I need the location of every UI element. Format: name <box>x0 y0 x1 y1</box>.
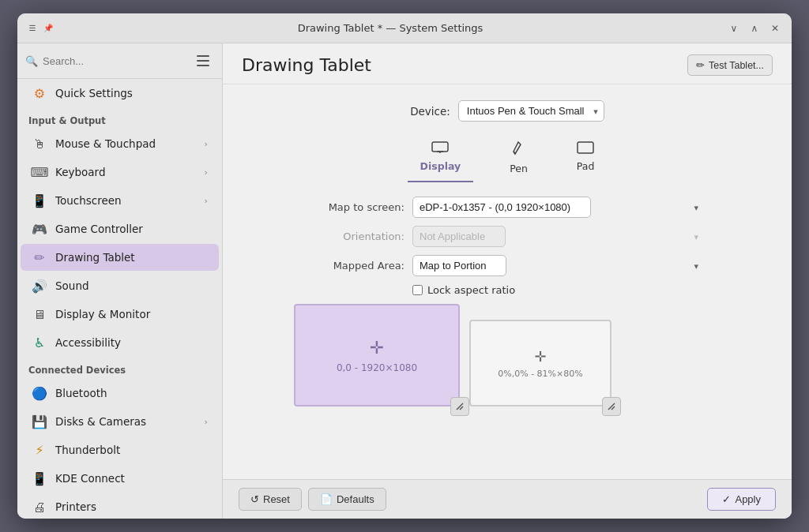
pin-icon[interactable]: 📌 <box>43 23 54 34</box>
sidebar-item-kde-label: KDE Connect <box>55 472 125 485</box>
tablet-preview-container: ✛ 0%,0% - 81%×80% <box>469 320 611 406</box>
sidebar-item-tablet-label: Drawing Tablet <box>55 251 135 264</box>
maximize-button[interactable]: ∧ <box>747 21 762 36</box>
sidebar-item-accessibility[interactable]: ♿ Accessibility <box>21 329 219 356</box>
map-to-screen-row: Map to screen: eDP-1-0x1357 - (0,0 1920×… <box>310 197 705 218</box>
svg-line-6 <box>460 406 463 410</box>
game-controller-icon: 🎮 <box>32 221 47 237</box>
section-label-input-output: Input & Output <box>17 107 222 129</box>
lock-aspect-ratio-checkbox[interactable] <box>412 285 423 295</box>
sidebar-item-mouse-label: Mouse & Touchpad <box>55 137 156 150</box>
menu-icon[interactable]: ☰ <box>27 23 38 34</box>
chevron-right-icon: › <box>205 196 208 206</box>
sidebar-item-keyboard-label: Keyboard <box>55 166 105 178</box>
tablet-preview: ✛ 0%,0% - 81%×80% <box>469 320 611 406</box>
content-header: Drawing Tablet ✏ Test Tablet... <box>223 43 792 84</box>
pad-tab-icon <box>577 140 594 157</box>
chevron-right-icon: › <box>205 167 208 178</box>
titlebar: ☰ 📌 Drawing Tablet * — System Settings ∨… <box>17 13 792 43</box>
sidebar-item-game-label: Game Controller <box>55 223 143 235</box>
titlebar-controls: ∨ ∧ ✕ <box>727 21 782 36</box>
orientation-row: Orientation: Not Applicable <box>310 226 705 247</box>
tab-pad[interactable]: Pad <box>564 136 608 182</box>
sidebar-item-accessibility-label: Accessibility <box>55 336 121 349</box>
sidebar-item-thunderbolt[interactable]: ⚡ Thunderbolt <box>21 436 219 463</box>
sidebar-item-kde-connect[interactable]: 📱 KDE Connect <box>21 465 219 492</box>
sidebar-item-bluetooth-label: Bluetooth <box>55 387 107 399</box>
kde-connect-icon: 📱 <box>32 470 47 486</box>
close-button[interactable]: ✕ <box>768 21 782 36</box>
svg-line-7 <box>608 403 615 410</box>
form-section: Map to screen: eDP-1-0x1357 - (0,0 1920×… <box>310 197 705 296</box>
reset-button[interactable]: ↺ Reset <box>239 488 302 511</box>
sidebar-item-quick-settings[interactable]: ⚙ Quick Settings <box>21 80 219 107</box>
screen-dims: 0,0 - 1920×1080 <box>337 362 417 373</box>
sidebar-item-drawing-tablet[interactable]: ✏ Drawing Tablet <box>21 244 219 271</box>
preview-area: ✛ 0,0 - 1920×1080 ✛ 0%,0% - 81%×80% <box>294 304 768 406</box>
pen-tab-icon <box>511 140 525 159</box>
search-icon: 🔍 <box>25 55 38 67</box>
orientation-select[interactable]: Not Applicable <box>412 226 506 247</box>
lock-aspect-ratio-label[interactable]: Lock aspect ratio <box>427 284 515 296</box>
accessibility-icon: ♿ <box>32 335 47 350</box>
tab-display-label: Display <box>420 160 461 172</box>
drawing-tablet-icon: ✏ <box>32 249 47 265</box>
minimize-button[interactable]: ∨ <box>727 21 741 36</box>
hamburger-line-1 <box>197 55 209 57</box>
defaults-button[interactable]: 📄 Defaults <box>308 488 386 511</box>
apply-button[interactable]: ✓ Apply <box>707 488 776 511</box>
device-select[interactable]: Intuos Pen & Touch Small <box>458 100 604 122</box>
sidebar-item-bluetooth[interactable]: 🔵 Bluetooth <box>21 380 219 406</box>
map-to-screen-label: Map to screen: <box>310 201 404 213</box>
quick-settings-icon: ⚙ <box>32 85 47 101</box>
device-label: Device: <box>410 105 450 118</box>
tab-pad-label: Pad <box>577 160 595 172</box>
test-tablet-button[interactable]: ✏ Test Tablet... <box>687 54 773 76</box>
sidebar-item-thunderbolt-label: Thunderbolt <box>55 444 120 456</box>
sidebar-item-sound[interactable]: 🔊 Sound <box>21 272 219 299</box>
tab-pen[interactable]: Pen <box>497 136 540 182</box>
touchscreen-icon: 📱 <box>32 193 47 208</box>
reset-label: Reset <box>263 493 290 505</box>
display-tab-icon <box>431 140 449 157</box>
device-row: Device: Intuos Pen & Touch Small <box>246 100 768 122</box>
apply-label: Apply <box>735 493 761 505</box>
disks-icon: 💾 <box>32 414 47 429</box>
screen-preview: ✛ 0,0 - 1920×1080 <box>294 304 460 406</box>
map-to-screen-select[interactable]: eDP-1-0x1357 - (0,0 1920×1080) <box>412 197 591 218</box>
tab-pen-label: Pen <box>510 163 528 174</box>
titlebar-icons: ☰ 📌 <box>27 23 54 34</box>
svg-line-3 <box>514 152 515 154</box>
sidebar-item-display[interactable]: 🖥 Display & Monitor <box>21 301 219 328</box>
sidebar-item-keyboard[interactable]: ⌨ Keyboard › <box>21 159 219 185</box>
sidebar-item-disks[interactable]: 💾 Disks & Cameras › <box>21 408 219 435</box>
bluetooth-icon: 🔵 <box>32 385 47 401</box>
lock-aspect-ratio-row: Lock aspect ratio <box>412 284 705 296</box>
page-title: Drawing Tablet <box>242 55 687 75</box>
search-input[interactable] <box>43 55 187 67</box>
sidebar-item-printers[interactable]: 🖨 Printers <box>21 493 219 519</box>
sidebar-item-touchscreen[interactable]: 📱 Touchscreen › <box>21 187 219 214</box>
device-select-wrapper: Intuos Pen & Touch Small <box>458 100 604 122</box>
sidebar-item-mouse[interactable]: 🖱 Mouse & Touchpad › <box>21 130 219 157</box>
sidebar-item-disks-label: Disks & Cameras <box>55 415 146 428</box>
keyboard-icon: ⌨ <box>32 164 47 180</box>
chevron-right-icon: › <box>205 139 208 149</box>
svg-rect-0 <box>432 142 448 152</box>
tablet-dims: 0%,0% - 81%×80% <box>498 369 582 379</box>
hamburger-button[interactable] <box>192 50 214 72</box>
orientation-select-wrap: Not Applicable <box>412 226 705 247</box>
tab-display[interactable]: Display <box>408 136 474 182</box>
screen-resize-handle[interactable] <box>450 397 469 416</box>
sidebar-item-touchscreen-label: Touchscreen <box>55 194 122 207</box>
defaults-icon: 📄 <box>320 493 333 505</box>
tablet-resize-handle[interactable] <box>602 397 621 416</box>
svg-rect-4 <box>578 142 593 153</box>
section-label-connected-devices: Connected Devices <box>17 357 222 379</box>
mapped-area-label: Mapped Area: <box>310 260 404 272</box>
sidebar-item-display-label: Display & Monitor <box>55 308 150 320</box>
mapped-area-select[interactable]: Map to Portion <box>412 255 506 276</box>
thunderbolt-icon: ⚡ <box>32 442 47 458</box>
tablet-move-icon: ✛ <box>534 348 546 365</box>
sidebar-item-game-controller[interactable]: 🎮 Game Controller <box>21 215 219 242</box>
